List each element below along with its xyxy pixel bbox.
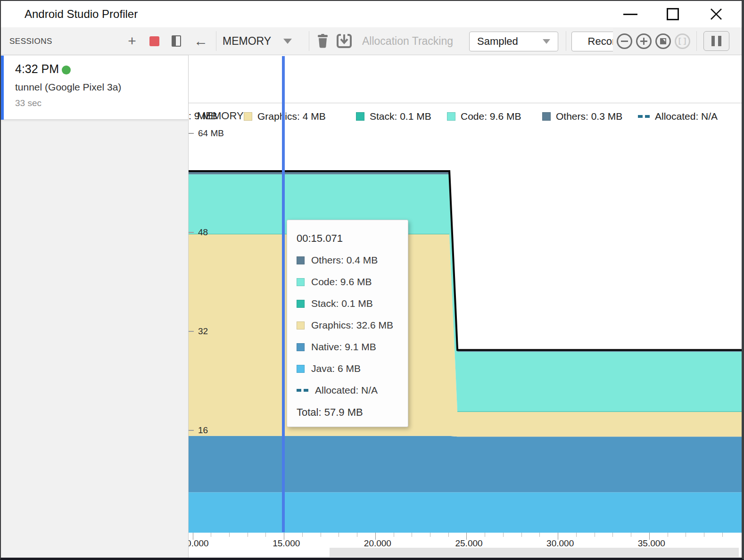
trash-icon xyxy=(316,34,329,48)
frame-selection-icon: [ ] xyxy=(678,36,687,46)
collapse-panel-button[interactable] xyxy=(167,27,186,55)
y-tick xyxy=(189,133,194,134)
x-minor-tick xyxy=(722,533,723,537)
tooltip-row-native: Native: 9.1 MB xyxy=(297,341,408,353)
y-tick xyxy=(189,232,194,233)
session-list-item[interactable]: 4:32 PM tunnel (Google Pixel 3a) 33 sec xyxy=(1,56,188,120)
x-minor-tick xyxy=(229,533,230,537)
sessions-header: SESSIONS xyxy=(9,37,52,46)
y-label-32: 32 xyxy=(198,326,208,337)
profiler-type-dropdown[interactable]: MEMORY xyxy=(223,27,292,55)
tooltip-total: Total: 57.9 MB xyxy=(297,406,408,419)
pause-live-button[interactable] xyxy=(703,31,729,51)
add-session-button[interactable]: + xyxy=(123,27,141,55)
sessions-panel: 4:32 PM tunnel (Google Pixel 3a) 33 sec xyxy=(1,55,189,558)
y-label-64: 64 MB xyxy=(198,128,224,139)
x-minor-tick xyxy=(265,533,266,537)
scrollbar-thumb[interactable] xyxy=(330,548,739,557)
profiler-window: Android Studio Profiler SESSIONS + ← MEM… xyxy=(0,0,744,560)
toolbar-separator xyxy=(696,31,697,51)
event-strip xyxy=(189,55,742,103)
code-swatch-icon xyxy=(447,112,455,121)
reset-zoom-icon xyxy=(660,38,666,44)
allocated-dash-icon xyxy=(297,389,308,392)
tooltip-row-stack: Stack: 0.1 MB xyxy=(297,297,408,310)
x-minor-tick xyxy=(302,533,303,537)
legend-item-native-clipped: : 9 MB xyxy=(189,110,217,122)
back-arrow-icon: ← xyxy=(194,34,208,48)
minus-icon xyxy=(621,41,628,42)
y-tick xyxy=(189,331,194,332)
x-minor-tick xyxy=(539,533,540,537)
legend-item-others: Others: 0.3 MB xyxy=(542,108,622,125)
tooltip-time: 00:15.071 xyxy=(297,232,408,245)
plus-icon xyxy=(640,38,647,45)
gc-trash-button[interactable] xyxy=(313,27,332,55)
x-minor-tick xyxy=(357,533,357,537)
x-minor-tick xyxy=(612,533,613,537)
export-capture-button[interactable] xyxy=(335,27,354,55)
maximize-icon xyxy=(667,8,679,20)
sampling-mode-dropdown[interactable]: Sampled xyxy=(469,32,558,51)
maximize-button[interactable] xyxy=(658,1,687,27)
allocated-dash-icon xyxy=(638,115,650,118)
legend: MEMORY : 9 MB Graphics: 4 MB Stack: 0.1 … xyxy=(189,108,742,125)
x-minor-tick xyxy=(248,533,248,537)
y-label-16: 16 xyxy=(198,425,208,436)
x-minor-tick xyxy=(211,533,211,537)
toolbar-separator xyxy=(566,31,566,51)
y-tick xyxy=(189,430,194,431)
selection-time-line xyxy=(282,56,285,532)
legend-item-allocated: Allocated: N/A xyxy=(638,108,718,125)
x-minor-tick xyxy=(686,533,686,537)
reset-zoom-button[interactable] xyxy=(655,33,671,49)
tooltip-row-allocated: Allocated: N/A xyxy=(297,384,408,396)
live-session-dot-icon xyxy=(62,66,71,74)
tooltip-row-graphics: Graphics: 32.6 MB xyxy=(297,319,408,331)
x-minor-tick xyxy=(704,533,704,537)
pause-icon xyxy=(718,36,721,46)
session-device: tunnel (Google Pixel 3a) xyxy=(15,82,121,93)
tooltip-row-java: Java: 6 MB xyxy=(297,362,408,375)
x-axis: 10.00015.00020.00025.00030.00035.000 xyxy=(189,533,742,547)
tooltip-row-code: Code: 9.6 MB xyxy=(297,276,408,288)
x-minor-tick xyxy=(394,533,394,537)
stop-icon xyxy=(149,36,159,46)
back-button[interactable]: ← xyxy=(191,27,210,55)
profiler-type-label: MEMORY xyxy=(223,35,271,48)
minimize-icon xyxy=(623,14,637,15)
memory-stacked-chart[interactable] xyxy=(189,103,742,533)
x-minor-tick xyxy=(521,533,522,537)
title-bar: Android Studio Profiler xyxy=(1,1,742,27)
others-swatch-icon xyxy=(542,112,551,121)
x-minor-tick xyxy=(339,533,339,537)
stack-swatch-icon xyxy=(356,112,364,121)
chevron-down-icon xyxy=(283,39,292,44)
graphics-swatch-icon xyxy=(244,112,252,121)
selected-session-accent xyxy=(1,56,4,120)
chevron-down-icon xyxy=(543,39,550,44)
minimize-button[interactable] xyxy=(616,1,645,27)
memory-timeline[interactable]: MEMORY : 9 MB Graphics: 4 MB Stack: 0.1 … xyxy=(189,55,742,558)
close-button[interactable] xyxy=(702,1,731,27)
zoom-out-button[interactable] xyxy=(617,33,632,49)
pause-icon xyxy=(711,36,715,46)
plus-icon: + xyxy=(128,34,136,48)
area-java xyxy=(189,492,742,533)
x-minor-tick xyxy=(448,533,449,537)
stop-session-button[interactable] xyxy=(145,27,164,55)
window-title: Android Studio Profiler xyxy=(25,8,138,21)
zoom-in-button[interactable] xyxy=(636,33,652,49)
x-minor-tick xyxy=(595,533,595,537)
download-icon xyxy=(337,33,352,49)
zoom-controls: [ ] xyxy=(613,27,742,55)
zoom-to-selection-button: [ ] xyxy=(675,33,690,49)
legend-item-stack: Stack: 0.1 MB xyxy=(356,108,431,125)
x-minor-tick xyxy=(430,533,430,537)
session-time: 4:32 PM xyxy=(15,62,59,76)
horizontal-scrollbar[interactable] xyxy=(189,547,742,558)
allocation-tracking-label: Allocation Tracking xyxy=(362,35,453,48)
x-minor-tick xyxy=(668,533,668,537)
legend-item-code: Code: 9.6 MB xyxy=(447,108,521,125)
panel-icon xyxy=(172,35,181,47)
